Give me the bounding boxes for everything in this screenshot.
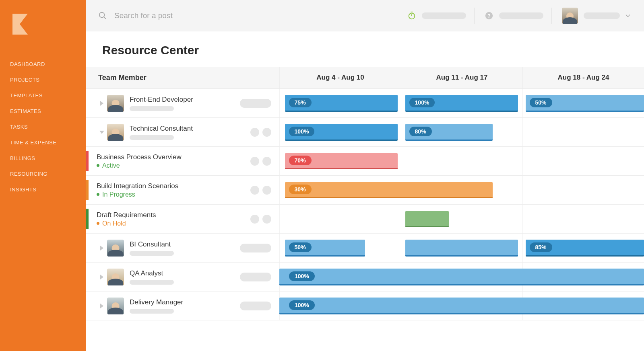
allocation-bar[interactable]: 50% [526,95,644,112]
allocation-bar[interactable]: 80% [405,124,493,141]
topbar-help-group[interactable]: ? [474,8,543,24]
search-input[interactable] [114,11,275,20]
task-stripe [86,209,89,229]
svg-marker-0 [12,14,28,35]
allocation-bar[interactable]: 30% [285,182,493,198]
page-title: Resource Center [86,31,644,67]
grid-row: Build Integration Scenarios In Progress … [86,176,644,205]
column-header-week-0[interactable]: Aug 4 - Aug 10 [279,67,401,88]
status-label: On Hold [102,220,126,227]
sidebar-item-time-expense[interactable]: TIME & EXPENSE [0,135,86,150]
topbar-user-menu[interactable] [551,8,632,24]
placeholder [240,302,271,310]
placeholder [240,273,271,281]
bar-label: 30% [289,185,312,194]
allocation-bar[interactable]: 100% [285,124,398,141]
sidebar-item-insights[interactable]: INSIGHTS [0,182,86,197]
status-label: Active [102,162,120,169]
row-title: Technical Consultant [130,125,250,133]
sidebar-item-dashboard[interactable]: DASHBOARD [0,56,86,72]
placeholder [130,280,174,285]
avatar [562,8,578,24]
bar-label: 50% [530,98,552,107]
row-title: Draft Requirements [97,211,250,219]
grid-row: Business Process Overview Active 70% [86,147,644,176]
placeholder [130,251,174,256]
svg-marker-8 [100,101,103,106]
sidebar-item-templates[interactable]: TEMPLATES [0,88,86,103]
bar-label: 100% [409,98,435,107]
column-header-week-2[interactable]: Aug 18 - Aug 24 [522,67,644,88]
row-title: Business Process Overview [97,153,250,161]
sidebar-item-billings[interactable]: BILLINGS [0,150,86,166]
placeholder [262,186,271,195]
svg-marker-12 [100,304,103,308]
allocation-bar[interactable] [405,240,518,257]
grid-row: BI Consultant 50% 85% [86,234,644,263]
placeholder [499,12,543,19]
bar-label: 100% [289,300,315,310]
avatar [107,298,124,314]
bar-label: 100% [289,271,315,281]
placeholder [130,106,174,111]
allocation-bar[interactable]: 75% [285,95,398,112]
placeholder [250,128,259,137]
expand-toggle[interactable] [97,131,107,134]
sidebar-item-projects[interactable]: PROJECTS [0,72,86,88]
grid-header: Team Member Aug 4 - Aug 10 Aug 11 - Aug … [86,67,644,89]
task-stripe [86,151,89,171]
resource-grid: Team Member Aug 4 - Aug 10 Aug 11 - Aug … [86,67,644,351]
topbar: ? [86,0,644,31]
expand-toggle[interactable] [97,101,107,106]
avatar [107,124,124,141]
status-label: In Progress [102,191,135,198]
grid-row: Technical Consultant 100% 80% [86,118,644,147]
placeholder [130,135,174,140]
grid-row: QA Analyst 100% [86,263,644,291]
placeholder [250,157,259,166]
svg-marker-9 [99,131,104,134]
allocation-bar[interactable]: 50% [285,240,365,257]
svg-point-1 [99,12,105,17]
column-header-week-1[interactable]: Aug 11 - Aug 17 [401,67,522,88]
allocation-bar[interactable]: 85% [526,240,644,257]
placeholder [262,128,271,137]
grid-row: Front-End Developer 75% 100% 50% [86,89,644,118]
expand-toggle[interactable] [97,246,107,250]
allocation-bar[interactable]: 70% [285,153,398,169]
svg-marker-11 [100,275,103,279]
status-dot [97,164,99,167]
sidebar-item-resourcing[interactable]: RESOURCING [0,166,86,182]
timer-icon [407,11,416,20]
svg-marker-10 [100,246,103,250]
sidebar-item-tasks[interactable]: TASKS [0,119,86,135]
allocation-bar[interactable]: 100% [279,269,644,285]
allocation-bar[interactable]: 100% [405,95,518,112]
bar-label: 70% [289,156,312,165]
task-stripe [86,180,89,200]
sidebar-item-estimates[interactable]: ESTIMATES [0,103,86,119]
grid-row: Delivery Manager 100% [86,291,644,320]
placeholder [262,215,271,224]
grid-row: Draft Requirements On Hold [86,205,644,234]
search-icon [98,11,107,20]
row-title: Delivery Manager [130,298,240,306]
help-icon: ? [485,11,493,20]
placeholder [240,244,271,252]
svg-line-2 [104,17,106,19]
expand-toggle[interactable] [97,275,107,279]
topbar-timer-group[interactable] [397,8,466,24]
column-header-member[interactable]: Team Member [86,67,279,88]
chevron-down-icon [624,12,632,20]
avatar [107,269,124,285]
bar-label: 80% [409,127,432,136]
allocation-bar[interactable] [405,211,449,227]
placeholder [262,157,271,166]
allocation-bar[interactable]: 100% [279,298,644,314]
placeholder [250,215,259,224]
placeholder [250,186,259,195]
sidebar: DASHBOARD PROJECTS TEMPLATES ESTIMATES T… [0,0,86,351]
expand-toggle[interactable] [97,304,107,308]
row-title: BI Consultant [130,240,240,248]
placeholder [240,99,271,108]
